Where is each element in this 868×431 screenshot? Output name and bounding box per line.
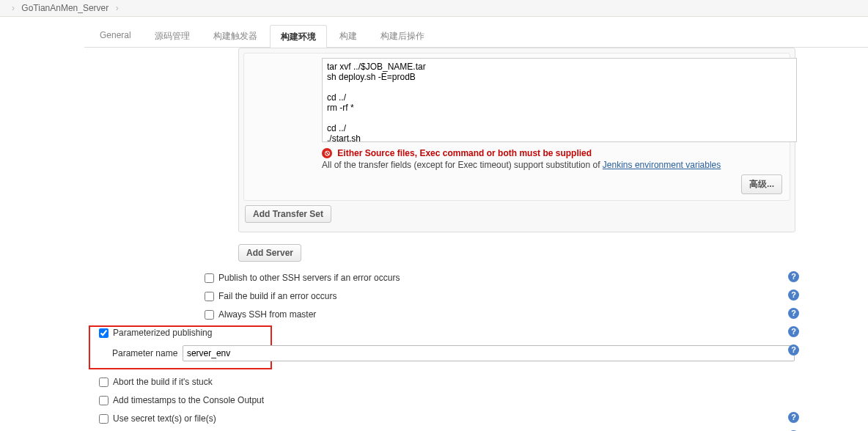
opt-publish-other-servers: Publish to other SSH servers if an error… (202, 269, 795, 287)
tab-build[interactable]: 构建 (328, 24, 368, 47)
add-server-button[interactable]: Add Server (238, 244, 301, 262)
opt-always-master: Always SSH from master ? (202, 306, 795, 324)
help-icon[interactable]: ? (788, 326, 799, 337)
advanced-button[interactable]: 高级... (741, 174, 782, 194)
transfer-set-panel: ⦸ Either Source files, Exec command or b… (238, 48, 795, 232)
help-icon[interactable]: ? (788, 271, 799, 282)
breadcrumb-sep: › (12, 3, 15, 13)
label-secret-files: Use secret text(s) or file(s) (113, 413, 216, 424)
checkbox-publish-other-servers[interactable] (205, 273, 214, 283)
opt-parameterized-publishing: Parameterized publishing ? (96, 324, 795, 342)
tab-build-env[interactable]: 构建环境 (270, 25, 327, 48)
tab-scm[interactable]: 源码管理 (144, 24, 201, 47)
breadcrumb-project[interactable]: GoTianAnMen_Server (21, 3, 108, 13)
config-tabs: General 源码管理 构建触发器 构建环境 构建 构建后操作 (84, 24, 868, 48)
opt-abort-stuck: Abort the build if it's stuck (96, 373, 795, 391)
opt-timestamps: Add timestamps to the Console Output (96, 391, 795, 410)
help-icon[interactable]: ? (788, 290, 799, 301)
param-name-input[interactable] (183, 345, 795, 361)
label-always-master: Always SSH from master (218, 309, 316, 320)
param-name-row: Parameter name ? (96, 342, 795, 364)
tab-triggers[interactable]: 构建触发器 (202, 24, 268, 47)
hint-prefix: All of the transfer fields (except for E… (322, 160, 603, 170)
checkbox-fail-build[interactable] (205, 292, 214, 301)
opt-fail-build: Fail the build if an error occurs ? (202, 287, 795, 306)
help-icon[interactable]: ? (788, 345, 799, 356)
exec-command-textarea[interactable] (322, 58, 797, 142)
help-icon[interactable]: ? (788, 308, 799, 319)
tab-general[interactable]: General (89, 24, 142, 47)
param-name-label: Parameter name (112, 348, 183, 358)
checkbox-timestamps[interactable] (99, 396, 108, 405)
tab-post-build[interactable]: 构建后操作 (369, 24, 435, 47)
label-publish-other-servers: Publish to other SSH servers if an error… (218, 273, 400, 283)
breadcrumb-sep: › (116, 3, 119, 13)
opt-with-ant: With Ant ? (96, 428, 795, 431)
help-icon[interactable]: ? (788, 412, 799, 423)
env-vars-link[interactable]: Jenkins environment variables (603, 160, 721, 170)
error-text: Either Source files, Exec command or bot… (337, 148, 592, 158)
checkbox-parameterized-publishing[interactable] (99, 328, 108, 338)
label-fail-build: Fail the build if an error occurs (218, 291, 336, 301)
checkbox-abort-stuck[interactable] (99, 377, 108, 387)
add-transfer-set-button[interactable]: Add Transfer Set (245, 205, 331, 223)
checkbox-secret-files[interactable] (99, 414, 108, 424)
checkbox-always-master[interactable] (205, 310, 214, 320)
breadcrumb: › GoTianAnMen_Server › (0, 0, 868, 17)
opt-secret-files: Use secret text(s) or file(s) ? (96, 410, 795, 428)
error-row: ⦸ Either Source files, Exec command or b… (322, 147, 785, 158)
hint-row: All of the transfer fields (except for E… (322, 160, 785, 170)
label-timestamps: Add timestamps to the Console Output (113, 395, 264, 405)
error-icon: ⦸ (322, 148, 332, 158)
label-parameterized-publishing: Parameterized publishing (113, 328, 212, 338)
label-abort-stuck: Abort the build if it's stuck (113, 377, 213, 387)
